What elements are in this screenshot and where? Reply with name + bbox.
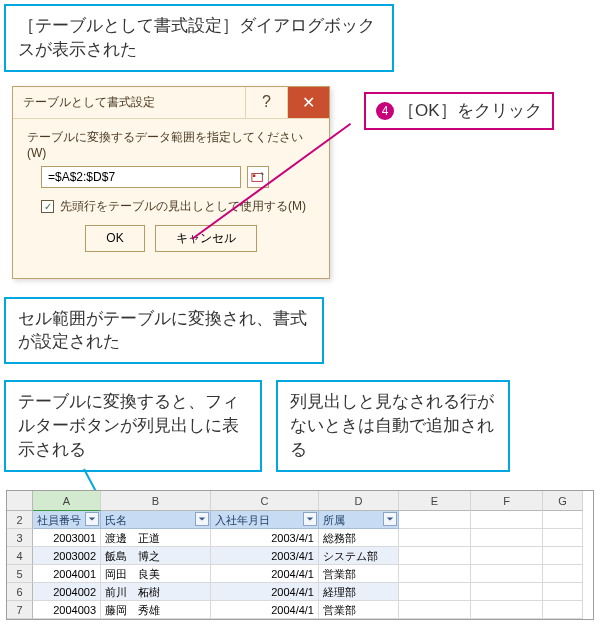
table-header-cell[interactable]: 社員番号 xyxy=(33,511,101,529)
callout-auto-header: 列見出しと見なされる行がないときは自動で追加される xyxy=(276,380,510,471)
table-header-cell[interactable]: 氏名 xyxy=(101,511,211,529)
cell[interactable] xyxy=(543,511,583,529)
cell[interactable] xyxy=(399,601,471,619)
callout-filter-buttons: テーブルに変換すると、フィルターボタンが列見出しに表示される xyxy=(4,380,262,471)
filter-button[interactable] xyxy=(303,512,317,526)
cell[interactable]: 2003/4/1 xyxy=(211,529,319,547)
cell[interactable]: 2004002 xyxy=(33,583,101,601)
header-row-checkbox[interactable]: ✓ xyxy=(41,200,54,213)
callout-click-ok-text: ［OK］をクリック xyxy=(398,101,542,120)
table-row: 6 2004002 前川 柘樹 2004/4/1 経理部 xyxy=(7,583,593,601)
table-row: 5 2004001 岡田 良美 2004/4/1 営業部 xyxy=(7,565,593,583)
table-header-label: 氏名 xyxy=(105,514,127,526)
excel-grid: A B C D E F G 2 社員番号 氏名 入社年月日 所属 3 20 xyxy=(6,490,594,620)
cell[interactable]: 藤岡 秀雄 xyxy=(101,601,211,619)
cell[interactable] xyxy=(471,511,543,529)
cell[interactable]: 経理部 xyxy=(319,583,399,601)
cell[interactable]: 2004/4/1 xyxy=(211,565,319,583)
cell[interactable] xyxy=(543,529,583,547)
col-header-C[interactable]: C xyxy=(211,491,319,511)
cell[interactable]: 2003002 xyxy=(33,547,101,565)
callout-table-converted: セル範囲がテーブルに変換され、書式が設定された xyxy=(4,297,324,365)
close-button[interactable]: ✕ xyxy=(287,87,329,118)
col-header-B[interactable]: B xyxy=(101,491,211,511)
cell[interactable]: 営業部 xyxy=(319,565,399,583)
callout-click-ok: 4［OK］をクリック xyxy=(364,92,554,130)
cell[interactable] xyxy=(543,601,583,619)
cell[interactable] xyxy=(471,565,543,583)
row-header[interactable]: 6 xyxy=(7,583,33,601)
cell[interactable]: 2003001 xyxy=(33,529,101,547)
dialog-titlebar: テーブルとして書式設定 ? ✕ xyxy=(13,87,329,119)
ok-button[interactable]: OK xyxy=(85,225,144,252)
table-row: 3 2003001 渡邊 正道 2003/4/1 総務部 xyxy=(7,529,593,547)
cell[interactable] xyxy=(399,511,471,529)
format-as-table-dialog: テーブルとして書式設定 ? ✕ テーブルに変換するデータ範囲を指定してください(… xyxy=(12,86,330,279)
cell[interactable]: 2003/4/1 xyxy=(211,547,319,565)
cell[interactable] xyxy=(471,547,543,565)
row-header[interactable]: 7 xyxy=(7,601,33,619)
cell[interactable] xyxy=(543,583,583,601)
cell[interactable] xyxy=(543,547,583,565)
col-header-G[interactable]: G xyxy=(543,491,583,511)
cell[interactable]: 営業部 xyxy=(319,601,399,619)
row-header[interactable]: 2 xyxy=(7,511,33,529)
cell[interactable] xyxy=(543,565,583,583)
callout-dialog-shown: ［テーブルとして書式設定］ダイアログボックスが表示された xyxy=(4,4,394,72)
table-header-cell[interactable]: 入社年月日 xyxy=(211,511,319,529)
table-row: 7 2004003 藤岡 秀雄 2004/4/1 営業部 xyxy=(7,601,593,619)
cell[interactable] xyxy=(471,583,543,601)
cell[interactable] xyxy=(399,583,471,601)
cell[interactable]: 2004003 xyxy=(33,601,101,619)
cell[interactable] xyxy=(399,547,471,565)
cell[interactable] xyxy=(399,529,471,547)
col-header-F[interactable]: F xyxy=(471,491,543,511)
cell[interactable]: 2004/4/1 xyxy=(211,601,319,619)
filter-button[interactable] xyxy=(195,512,209,526)
cell[interactable]: 2004/4/1 xyxy=(211,583,319,601)
col-header-D[interactable]: D xyxy=(319,491,399,511)
cell[interactable]: 総務部 xyxy=(319,529,399,547)
step-number-4: 4 xyxy=(376,102,394,120)
col-header-A[interactable]: A xyxy=(33,491,101,511)
cell[interactable]: 岡田 良美 xyxy=(101,565,211,583)
table-header-cell[interactable]: 所属 xyxy=(319,511,399,529)
table-header-label: 社員番号 xyxy=(37,514,81,526)
filter-button[interactable] xyxy=(85,512,99,526)
row-header[interactable]: 5 xyxy=(7,565,33,583)
cell[interactable]: システム部 xyxy=(319,547,399,565)
cell[interactable]: 渡邊 正道 xyxy=(101,529,211,547)
cell[interactable] xyxy=(471,529,543,547)
dialog-instruction: テーブルに変換するデータ範囲を指定してください(W) xyxy=(27,129,315,160)
table-header-label: 所属 xyxy=(323,514,345,526)
range-input[interactable] xyxy=(41,166,241,188)
col-header-E[interactable]: E xyxy=(399,491,471,511)
filter-button[interactable] xyxy=(383,512,397,526)
row-header[interactable]: 3 xyxy=(7,529,33,547)
help-button[interactable]: ? xyxy=(245,87,287,118)
svg-rect-1 xyxy=(253,174,256,177)
header-row-checkbox-label: 先頭行をテーブルの見出しとして使用する(M) xyxy=(60,198,306,215)
cell[interactable]: 飯島 博之 xyxy=(101,547,211,565)
cell[interactable]: 前川 柘樹 xyxy=(101,583,211,601)
row-header[interactable]: 4 xyxy=(7,547,33,565)
cell[interactable]: 2004001 xyxy=(33,565,101,583)
table-header-label: 入社年月日 xyxy=(215,514,270,526)
table-row: 4 2003002 飯島 博之 2003/4/1 システム部 xyxy=(7,547,593,565)
cell[interactable] xyxy=(471,601,543,619)
cell[interactable] xyxy=(399,565,471,583)
dialog-title: テーブルとして書式設定 xyxy=(23,94,245,111)
select-all-corner[interactable] xyxy=(7,491,33,511)
